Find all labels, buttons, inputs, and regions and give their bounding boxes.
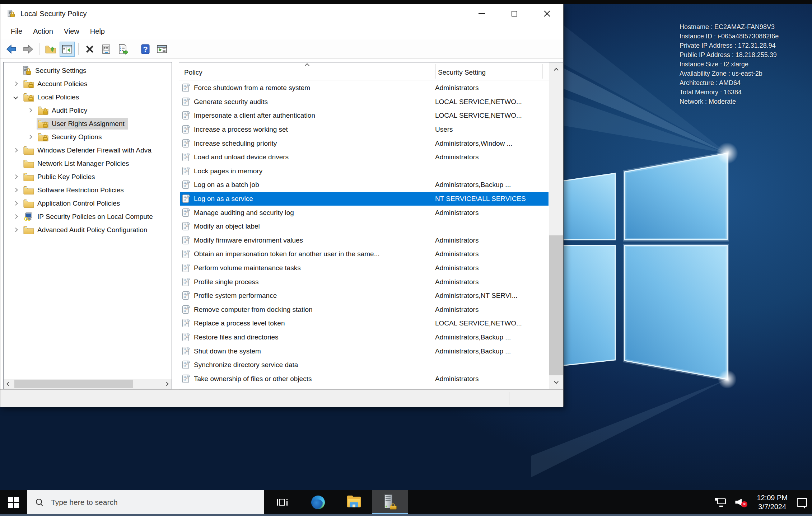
policy-row[interactable]: Perform volume maintenance tasks Adminis… (180, 261, 549, 275)
start-button[interactable] (0, 490, 27, 514)
tree-item[interactable]: Account Policies (4, 77, 172, 90)
policy-row[interactable]: Profile single process Administrators (180, 275, 549, 289)
screen-top-strip (0, 0, 812, 4)
tree-expand-chevron-icon[interactable] (9, 147, 22, 153)
list-scrollbar-thumb[interactable] (549, 235, 563, 375)
menu-item[interactable]: View (59, 25, 85, 38)
network-icon[interactable] (715, 498, 726, 507)
policy-row[interactable]: Shut down the system Administrators,Back… (180, 344, 549, 358)
clock-date: 3/7/2024 (758, 502, 786, 511)
tree-expand-chevron-icon[interactable] (9, 227, 22, 233)
policy-row[interactable]: Lock pages in memory (180, 164, 549, 178)
security-setting-value: Administrators (435, 250, 549, 258)
policy-row[interactable]: Synchronize directory service data (180, 358, 549, 372)
column-divider[interactable] (542, 64, 543, 79)
tree-item[interactable]: Security Settings (4, 64, 172, 77)
tree-item[interactable]: Software Restriction Policies (4, 183, 172, 197)
menu-item[interactable]: Action (28, 25, 59, 38)
policy-row[interactable]: Restore files and directories Administra… (180, 330, 549, 344)
ec2-info-line: Architecture : AMD64 (680, 78, 779, 88)
ec2-info-line: Private IP Address : 172.31.28.94 (680, 41, 779, 50)
tree-item[interactable]: Public Key Policies (4, 170, 172, 183)
menu-item[interactable]: File (5, 25, 28, 38)
policy-name: Replace a process level token (194, 319, 435, 327)
tree-expand-chevron-icon[interactable] (23, 108, 37, 113)
file-explorer-taskbar-button[interactable] (336, 490, 372, 514)
show-console-tree-button[interactable] (60, 42, 75, 57)
titlebar[interactable]: Local Security Policy (0, 4, 563, 23)
tree-expand-chevron-icon[interactable] (9, 187, 22, 193)
taskbar-clock[interactable]: 12:09 PM 3/7/2024 (757, 493, 788, 511)
tree-item[interactable]: Advanced Audit Policy Configuration (4, 223, 172, 236)
forward-button[interactable] (20, 42, 36, 57)
toolbar-separator (134, 43, 134, 55)
tree-expand-chevron-icon[interactable] (9, 214, 22, 220)
policy-row[interactable]: Increase scheduling priority Administrat… (180, 136, 549, 150)
help-button[interactable]: ? (138, 42, 153, 57)
policy-row[interactable]: Generate security audits LOCAL SERVICE,N… (180, 95, 549, 109)
tree-expand-chevron-icon[interactable] (6, 68, 20, 74)
tree-item[interactable]: Security Options (4, 130, 172, 144)
tree-expand-chevron-icon[interactable] (9, 161, 22, 166)
close-button[interactable] (531, 4, 563, 23)
policy-row[interactable]: Modify an object label (180, 220, 549, 234)
policy-row[interactable]: Log on as a batch job Administrators,Bac… (180, 178, 549, 192)
policy-row[interactable]: Profile system performance Administrator… (180, 289, 549, 303)
tree-expand-chevron-icon[interactable] (9, 174, 22, 180)
policy-row[interactable]: Increase a process working set Users (180, 123, 549, 137)
policy-row[interactable]: Load and unload device drivers Administr… (180, 150, 549, 164)
tree-item[interactable]: Audit Policy (4, 104, 172, 117)
policy-name: Log on as a service (194, 195, 435, 203)
tree-scrollbar-thumb[interactable] (14, 380, 133, 388)
tree-item[interactable]: Windows Defender Firewall with Adva (4, 144, 172, 157)
scroll-up-arrow-icon[interactable] (549, 62, 563, 75)
column-divider[interactable] (435, 64, 436, 79)
policy-row[interactable]: Log on as a service NT SERVICE\ALL SERVI… (180, 192, 549, 206)
tree-expand-chevron-icon[interactable] (9, 94, 22, 100)
volume-muted-icon[interactable]: ✕ (735, 497, 747, 507)
action-center-icon[interactable] (797, 498, 807, 507)
column-header-policy[interactable]: Policy (184, 62, 202, 80)
scroll-down-arrow-icon[interactable] (549, 376, 563, 389)
scroll-right-arrow-icon[interactable] (162, 379, 172, 389)
minimize-button[interactable] (465, 4, 498, 23)
close-icon (544, 10, 550, 17)
task-view-button[interactable] (264, 490, 300, 514)
tree-item[interactable]: Network List Manager Policies (4, 157, 172, 170)
tree-expand-chevron-icon[interactable] (23, 134, 37, 140)
list-vertical-scrollbar[interactable] (549, 62, 563, 389)
new-window-button[interactable] (154, 42, 169, 57)
policy-document-icon (182, 83, 191, 93)
tree-expand-chevron-icon[interactable] (9, 201, 22, 206)
taskbar-search-box[interactable] (27, 490, 264, 514)
maximize-button[interactable] (498, 4, 531, 23)
tree-expand-chevron-icon[interactable] (23, 121, 37, 127)
tree-item[interactable]: Application Control Policies (4, 197, 172, 210)
policy-row[interactable]: Manage auditing and security log Adminis… (180, 206, 549, 220)
policy-row[interactable]: Modify firmware environment values Admin… (180, 234, 549, 248)
local-security-policy-taskbar-button[interactable] (372, 490, 408, 514)
policy-row[interactable]: Force shutdown from a remote system Admi… (180, 81, 549, 95)
tree-item[interactable]: User Rights Assignment (4, 117, 172, 130)
delete-button[interactable] (82, 42, 97, 57)
policy-row[interactable]: Remove computer from docking station Adm… (180, 303, 549, 317)
column-header-security-setting[interactable]: Security Setting (438, 62, 486, 80)
export-list-button[interactable] (115, 42, 130, 57)
policy-row[interactable]: Replace a process level token LOCAL SERV… (180, 316, 549, 330)
search-input[interactable] (50, 498, 208, 507)
policy-row[interactable]: Obtain an impersonation token for anothe… (180, 247, 549, 261)
scroll-left-arrow-icon[interactable] (4, 379, 14, 389)
up-one-level-button[interactable] (43, 42, 58, 57)
edge-taskbar-button[interactable] (300, 490, 336, 514)
tree-horizontal-scrollbar[interactable] (4, 379, 172, 389)
menu-item[interactable]: Help (85, 25, 110, 38)
policy-name: Restore files and directories (194, 333, 435, 341)
policy-row[interactable]: Impersonate a client after authenticatio… (180, 109, 549, 123)
policy-row[interactable]: Take ownership of files or other objects… (180, 372, 549, 386)
tree-item[interactable]: IP Security Policies on Local Compute (4, 210, 172, 223)
properties-button[interactable] (99, 42, 114, 57)
policy-name: Profile system performance (194, 292, 435, 300)
tree-item[interactable]: Local Policies (4, 90, 172, 104)
back-button[interactable] (4, 42, 19, 57)
tree-expand-chevron-icon[interactable] (9, 81, 22, 87)
